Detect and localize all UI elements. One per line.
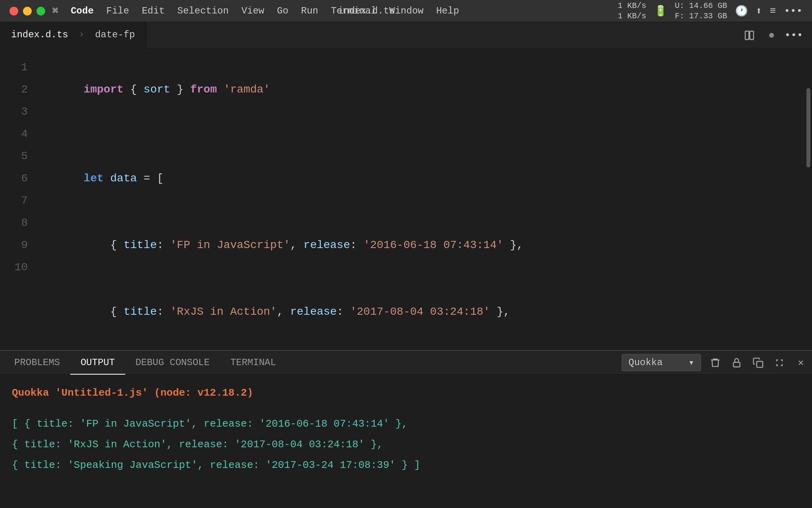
line-number-10: 10 (0, 256, 36, 279)
token-import: import (84, 83, 124, 96)
code-line-6: { title: 'Speaking JavaScript', release:… (36, 345, 805, 350)
svg-rect-1 (750, 31, 753, 39)
menu-view[interactable]: View (241, 6, 264, 16)
titlebar: ⌘ Code File Edit Selection View Go Run T… (0, 0, 812, 22)
close-button[interactable] (10, 7, 18, 15)
token-release-5: release (290, 306, 337, 318)
token-date-4: '2016-06-18 07:43:14' (364, 239, 504, 251)
output-line-2: { title: 'RxJS in Action', release: '201… (12, 434, 800, 455)
menu-run[interactable]: Run (301, 6, 318, 16)
panel-tab-output[interactable]: OUTPUT (70, 351, 125, 375)
menu-icon[interactable]: ≡ (770, 5, 776, 17)
panel-dropdown-quokka[interactable]: Quokka ▾ (622, 354, 701, 371)
panel-tab-problems[interactable]: PROBLEMS (4, 351, 70, 375)
code-line-4: { title: 'FP in JavaScript', release: '2… (36, 212, 805, 279)
panel-maximize-icon[interactable] (772, 356, 787, 370)
token-sort: sort (144, 83, 170, 96)
minimize-button[interactable] (23, 7, 32, 15)
apple-menu[interactable]: ⌘ (52, 5, 58, 17)
code-content[interactable]: import { sort } from 'ramda' let data = … (36, 48, 805, 350)
menu-code[interactable]: Code (71, 6, 94, 16)
code-line-5: { title: 'RxJS in Action', release: '201… (36, 279, 805, 345)
panel-tab-debug-console[interactable]: DEBUG CONSOLE (125, 351, 220, 375)
svg-rect-3 (733, 362, 740, 367)
lock-icon[interactable] (730, 356, 744, 370)
token-let: let (84, 172, 103, 185)
titlebar-right: 1 KB/s1 KB/s 🔋 U: 14.66 GBF: 17.33 GB 🕐 … (604, 1, 802, 21)
line-number-2: 2 (0, 79, 36, 101)
menu-help[interactable]: Help (436, 6, 459, 16)
titlebar-title: index.d.ts (338, 6, 395, 16)
clock-icon: 🕐 (735, 5, 748, 17)
token-fp-js: 'FP in JavaScript' (170, 239, 290, 251)
share-icon[interactable]: ⬆ (756, 5, 762, 17)
line-number-1: 1 (0, 56, 36, 79)
titlebar-menu: ⌘ Code File Edit Selection View Go Run T… (52, 5, 459, 17)
line-number-7: 7 (0, 190, 36, 212)
token-from: from (190, 83, 217, 96)
maximize-button[interactable] (36, 7, 45, 15)
token-title-5: title (124, 306, 157, 318)
disk-stats: U: 14.66 GBF: 17.33 GB (675, 1, 727, 21)
svg-point-2 (769, 33, 774, 38)
tabbar: index.d.ts › date-fp ••• (0, 22, 812, 48)
scrollbar-thumb[interactable] (806, 88, 810, 167)
breadcrumb-separator: › (74, 30, 90, 40)
code-line-2 (36, 123, 805, 145)
token-rxjs-action: 'RxJS in Action' (170, 306, 277, 318)
menu-file[interactable]: File (106, 6, 129, 16)
code-line-1: import { sort } from 'ramda' (36, 56, 805, 123)
quokka-header: Quokka 'Untitled-1.js' (node: v12.18.2) (12, 383, 800, 403)
panel-tabs: PROBLEMS OUTPUT DEBUG CONSOLE TERMINAL Q… (0, 351, 812, 375)
dot-icon (764, 28, 779, 42)
token-ramda: 'ramda' (224, 83, 270, 96)
token-data: data (110, 172, 137, 185)
menu-edit[interactable]: Edit (142, 6, 165, 16)
panel-tab-terminal[interactable]: TERMINAL (220, 351, 286, 375)
token-title-4: title (124, 239, 157, 251)
titlebar-left: ⌘ Code File Edit Selection View Go Run T… (10, 5, 128, 17)
traffic-lights[interactable] (10, 7, 45, 15)
panel-close-icon[interactable]: ✕ (794, 356, 808, 370)
svg-rect-4 (757, 361, 763, 367)
tab-index-dts[interactable]: index.d.ts › date-fp (0, 22, 146, 48)
clear-output-icon[interactable] (708, 356, 722, 370)
menu-go[interactable]: Go (277, 6, 289, 16)
line-number-9: 9 (0, 234, 36, 256)
menu-selection[interactable]: Selection (177, 6, 229, 16)
line-number-8: 8 (0, 212, 36, 234)
token-date-5: '2017-08-04 03:24:18' (350, 306, 490, 318)
panel-spacer (12, 403, 800, 414)
line-numbers: 1 2 3 4 5 6 7 8 9 10 (0, 48, 36, 350)
tab-filename: index.d.ts (11, 29, 68, 40)
chevron-down-icon: ▾ (689, 357, 694, 368)
panel-tab-actions: Quokka ▾ (622, 354, 808, 371)
token-release-4: release (303, 239, 350, 251)
scrollbar-track[interactable] (805, 48, 812, 350)
panel-content: Quokka 'Untitled-1.js' (node: v12.18.2) … (0, 375, 812, 508)
line-number-6: 6 (0, 167, 36, 190)
line-number-5: 5 (0, 145, 36, 167)
panel-area: PROBLEMS OUTPUT DEBUG CONSOLE TERMINAL Q… (0, 350, 812, 508)
output-line-3: { title: 'Speaking JavaScript', release:… (12, 455, 800, 475)
output-line-1: [ { title: 'FP in JavaScript', release: … (12, 414, 800, 434)
more-icon[interactable]: ••• (784, 5, 802, 17)
copy-icon[interactable] (751, 356, 765, 370)
more-actions-icon[interactable]: ••• (787, 28, 801, 42)
tab-actions: ••• (742, 28, 812, 42)
svg-rect-0 (745, 31, 749, 39)
battery-icon: 🔋 (654, 5, 667, 17)
line-number-3: 3 (0, 101, 36, 123)
breadcrumb-part: date-fp (95, 29, 135, 40)
line-number-4: 4 (0, 123, 36, 145)
editor-area: 1 2 3 4 5 6 7 8 9 10 import { sort } fro… (0, 48, 812, 350)
code-line-3: let data = [ (36, 145, 805, 212)
dropdown-value: Quokka (628, 357, 663, 368)
net-stats: 1 KB/s1 KB/s (618, 1, 646, 21)
split-editor-icon[interactable] (742, 28, 756, 42)
